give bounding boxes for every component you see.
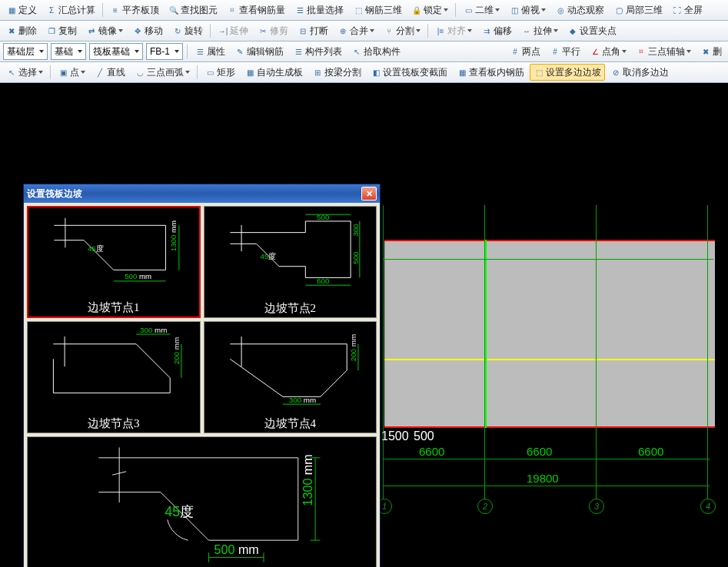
svg-text:200 mm: 200 mm (348, 334, 357, 361)
find-button[interactable]: 🔍查找图元 (165, 2, 221, 18)
cube-icon: ◫ (509, 5, 520, 15)
setmultislope-button[interactable]: ⬚设置多边边坡 (530, 64, 605, 81)
flushtop-button[interactable]: ≡平齐板顶 (106, 2, 163, 18)
chevron-down-icon (185, 71, 190, 74)
move-button[interactable]: ✥移动 (128, 22, 167, 39)
attrib-button[interactable]: ☰属性 (191, 43, 229, 60)
arc3pt-button[interactable]: ◡三点画弧 (131, 64, 194, 81)
sigma-icon: Σ (46, 5, 57, 15)
setgrip-button[interactable]: ◆设置夹点 (563, 22, 620, 39)
slope-option-3[interactable]: 300 mm 200 mm 边坡节点3 (27, 321, 201, 433)
point-button[interactable]: ▣点 (54, 64, 89, 81)
dynview-button[interactable]: ◎动态观察 (551, 2, 608, 18)
sideview-button[interactable]: ◫俯视 (505, 2, 550, 18)
align-icon: |≡ (435, 25, 446, 36)
autoplate-button[interactable]: ▦自动生成板 (241, 64, 307, 81)
pick-button[interactable]: ↖拾取构件 (347, 43, 404, 60)
separator (455, 3, 456, 17)
dim-span-2: 6600 (527, 445, 552, 458)
svg-text:45度: 45度 (260, 252, 276, 260)
rect-button[interactable]: ▭矩形 (201, 64, 239, 81)
local3d-button[interactable]: ▢局部三维 (610, 2, 667, 18)
multisel-button[interactable]: ☰批量选择 (291, 2, 347, 18)
rotate-icon: ↻ (172, 25, 183, 36)
subtype-dropdown[interactable]: 筏板基础 (89, 43, 143, 60)
grid-icon: ▦ (6, 5, 17, 15)
grid-v (484, 205, 485, 509)
selection-bottom (384, 426, 715, 428)
delete-button[interactable]: ✖删除 (2, 22, 41, 39)
fullscreen-button[interactable]: ⛶全屏 (668, 2, 706, 18)
extend-icon: →| (218, 25, 228, 36)
svg-text:500: 500 (351, 251, 359, 264)
rebar3d-icon: ⬚ (353, 5, 364, 15)
separator (427, 24, 428, 38)
editrebar-button[interactable]: ✎编辑钢筋 (231, 43, 288, 60)
select-button[interactable]: ↖选择 (2, 64, 47, 81)
merge-button[interactable]: ⊕合并 (334, 22, 378, 39)
lock-icon: 🔒 (411, 5, 422, 15)
chevron-down-icon (175, 50, 179, 53)
slab-fill (384, 240, 715, 428)
close-button[interactable]: ✕ (361, 187, 377, 201)
chevron-down-icon (39, 50, 44, 53)
lock-button[interactable]: 🔒锁定 (407, 2, 452, 18)
cursor-icon: ↖ (6, 67, 17, 78)
axis-icon: ⊞ (312, 67, 323, 78)
break-button[interactable]: ⊟打断 (294, 22, 332, 39)
chevron-down-icon (81, 71, 85, 74)
rotate-button[interactable]: ↻旋转 (168, 22, 207, 39)
point-icon: ▣ (58, 67, 68, 78)
toolbar-row-4: ↖选择 ▣点 ╱直线 ◡三点画弧 ▭矩形 ▦自动生成板 ⊞按梁分割 ◧设置筏板变… (0, 62, 728, 83)
view2d-icon: ▭ (463, 5, 474, 15)
viewslabrebar-button[interactable]: ▦查看板内钢筋 (453, 64, 528, 81)
byaxissplit-button[interactable]: ⊞按梁分割 (308, 64, 365, 81)
cancelmulti-button[interactable]: ⊘取消多边边 (607, 64, 673, 81)
align-button[interactable]: |≡对齐 (431, 22, 476, 39)
dim-span-3: 6600 (638, 445, 663, 458)
selection-top (384, 240, 715, 241)
stretch-button[interactable]: ↔拉伸 (517, 22, 562, 39)
drawing-canvas[interactable]: 1500 500 6600 6600 6600 19800 1 2 3 4 设置… (0, 83, 728, 567)
setsection-button[interactable]: ◧设置筏板变截面 (367, 64, 451, 81)
slope-option-1[interactable]: 45度 500 mm 1300 mm 边坡节点1 (27, 206, 201, 318)
orbit-icon: ◎ (555, 5, 566, 15)
view2d-button[interactable]: ▭二维 (459, 2, 504, 18)
dim-row2 (383, 486, 710, 486)
editrebar-icon: ✎ (234, 46, 245, 57)
local3d-icon: ▢ (613, 5, 624, 15)
slope-option-2[interactable]: 45度 500 600 300 500 边坡节点2 (204, 206, 377, 318)
define-button[interactable]: ▦定义 (2, 2, 41, 18)
twopt-button[interactable]: #两点 (506, 43, 544, 60)
mirror-button[interactable]: ⇄镜像 (82, 22, 127, 39)
separator (102, 3, 103, 17)
threeaux-button[interactable]: ⌗三点辅轴 (632, 43, 695, 60)
copy-button[interactable]: ❐复制 (42, 22, 81, 39)
member-dropdown[interactable]: FB-1 (146, 43, 183, 60)
svg-text:1300 mm: 1300 mm (169, 220, 178, 251)
memberlist-button[interactable]: ☰构件列表 (289, 43, 346, 60)
dialog-titlebar[interactable]: 设置筏板边坡 ✕ (24, 184, 380, 203)
chevron-down-icon (622, 50, 627, 53)
offset-button[interactable]: ⇉偏移 (477, 22, 516, 39)
split-button[interactable]: ⑂分割 (380, 22, 424, 39)
extend-button[interactable]: →|延伸 (214, 22, 252, 39)
grid-h (383, 259, 713, 260)
cancel-icon: ⊘ (610, 67, 621, 78)
delline-button[interactable]: ✖删 (696, 43, 726, 60)
option-diagram: 45度 500 mm 1300 mm (32, 211, 196, 300)
grid-v (383, 205, 384, 509)
trim-button[interactable]: ✂修剪 (254, 22, 292, 39)
rebar3d-button[interactable]: ⬚钢筋三维 (349, 2, 406, 18)
arc-icon: ◡ (135, 67, 145, 78)
slope-option-4[interactable]: 300 mm 200 mm 边坡节点4 (204, 321, 377, 433)
svg-text:45度: 45度 (88, 244, 104, 253)
viewrebar-button[interactable]: ⌗查看钢筋量 (223, 2, 289, 18)
category-dropdown[interactable]: 基础 (51, 43, 86, 60)
ptangle-button[interactable]: ∠点角 (586, 43, 630, 60)
parallel-button[interactable]: #平行 (546, 43, 584, 60)
line-button[interactable]: ╱直线 (91, 64, 129, 81)
option-diagram: 45度 500 600 300 500 (208, 210, 374, 300)
sum-button[interactable]: Σ汇总计算 (42, 2, 99, 18)
floor-dropdown[interactable]: 基础层 (3, 43, 48, 60)
